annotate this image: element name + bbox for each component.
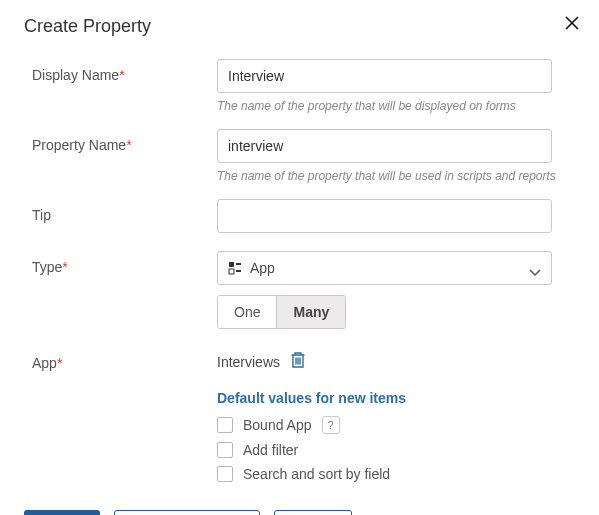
required-asterisk: * bbox=[62, 259, 67, 275]
svg-rect-3 bbox=[236, 270, 241, 272]
property-name-label: Property Name* bbox=[32, 129, 217, 199]
type-select-value: App bbox=[250, 260, 275, 276]
svg-rect-0 bbox=[229, 262, 234, 267]
display-name-input[interactable] bbox=[217, 59, 552, 93]
search-sort-label: Search and sort by field bbox=[243, 466, 390, 482]
tip-label: Tip bbox=[32, 199, 217, 251]
add-filter-label: Add filter bbox=[243, 442, 298, 458]
property-name-help: The name of the property that will be us… bbox=[217, 169, 575, 183]
close-button[interactable] bbox=[563, 14, 581, 35]
create-add-new-button[interactable]: Create & add new bbox=[114, 510, 260, 515]
cardinality-toggle: One Many bbox=[217, 295, 346, 329]
close-icon bbox=[563, 14, 581, 32]
type-label: Type* bbox=[32, 251, 217, 347]
type-label-text: Type bbox=[32, 259, 62, 275]
display-name-help: The name of the property that will be di… bbox=[217, 99, 575, 113]
cardinality-one[interactable]: One bbox=[218, 296, 276, 328]
app-label-text: App bbox=[32, 355, 57, 371]
search-sort-checkbox[interactable] bbox=[217, 466, 233, 482]
app-type-icon bbox=[228, 261, 242, 275]
cancel-button[interactable]: Cancel bbox=[274, 510, 352, 515]
app-value: Interviews bbox=[217, 354, 280, 370]
property-name-input[interactable] bbox=[217, 129, 552, 163]
required-asterisk: * bbox=[119, 67, 124, 83]
bound-app-help-button[interactable]: ? bbox=[322, 416, 340, 434]
tip-label-text: Tip bbox=[32, 207, 51, 223]
trash-icon bbox=[290, 351, 306, 369]
tip-input[interactable] bbox=[217, 199, 552, 233]
delete-app-button[interactable] bbox=[290, 351, 306, 372]
add-filter-checkbox[interactable] bbox=[217, 442, 233, 458]
display-name-label: Display Name* bbox=[32, 59, 217, 129]
svg-rect-1 bbox=[236, 263, 241, 265]
type-select[interactable]: App bbox=[217, 251, 552, 285]
create-button[interactable]: Create bbox=[24, 510, 100, 515]
cardinality-many[interactable]: Many bbox=[276, 296, 345, 328]
required-asterisk: * bbox=[126, 137, 131, 153]
bound-app-label: Bound App bbox=[243, 417, 312, 433]
create-property-modal: Create Property Display Name* The name o… bbox=[0, 0, 599, 515]
display-name-label-text: Display Name bbox=[32, 67, 119, 83]
defaults-section-title: Default values for new items bbox=[217, 390, 575, 406]
chevron-down-icon bbox=[529, 264, 541, 280]
required-asterisk: * bbox=[57, 355, 62, 371]
property-name-label-text: Property Name bbox=[32, 137, 126, 153]
modal-footer: Create Create & add new Cancel bbox=[24, 510, 575, 515]
svg-rect-2 bbox=[229, 269, 234, 274]
modal-title: Create Property bbox=[24, 16, 575, 37]
bound-app-checkbox[interactable] bbox=[217, 417, 233, 433]
app-label: App* bbox=[32, 347, 217, 490]
form-body: Display Name* The name of the property t… bbox=[24, 59, 575, 490]
help-icon: ? bbox=[327, 419, 333, 431]
